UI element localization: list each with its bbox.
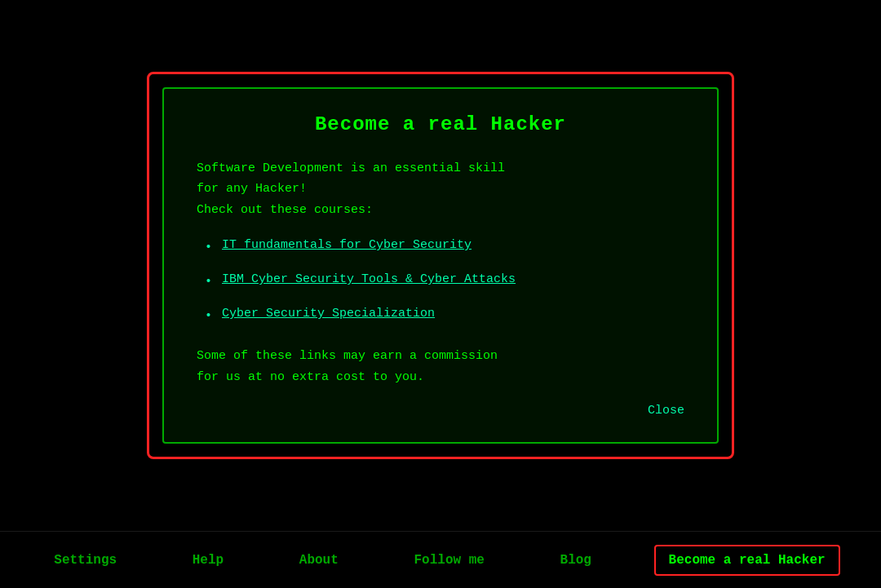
course-link-2[interactable]: IBM Cyber Security Tools & Cyber Attacks bbox=[222, 271, 516, 290]
close-button[interactable]: Close bbox=[648, 404, 684, 418]
intro-line2: for any Hacker! bbox=[197, 182, 307, 196]
nav-item-about[interactable]: About bbox=[286, 546, 352, 574]
bullet-icon: • bbox=[205, 238, 212, 258]
bullet-icon: • bbox=[205, 307, 212, 326]
disclaimer-line2: for us at no extra cost to you. bbox=[197, 370, 424, 384]
inner-container: Become a real Hacker Software Developmen… bbox=[162, 87, 719, 444]
intro-line3: Check out these courses: bbox=[197, 203, 373, 217]
bullet-icon: • bbox=[205, 272, 212, 292]
course-link-3[interactable]: Cyber Security Specialization bbox=[222, 305, 435, 324]
list-item: • IT fundamentals for Cyber Security bbox=[205, 237, 684, 258]
nav-item-follow[interactable]: Follow me bbox=[401, 546, 497, 574]
close-row: Close bbox=[197, 404, 684, 418]
nav-item-blog[interactable]: Blog bbox=[547, 546, 604, 574]
nav-item-hacker[interactable]: Become a real Hacker bbox=[654, 545, 840, 576]
nav-item-settings[interactable]: Settings bbox=[41, 546, 130, 574]
bottom-nav: Settings Help About Follow me Blog Becom… bbox=[0, 531, 881, 588]
course-link-1[interactable]: IT fundamentals for Cyber Security bbox=[222, 237, 471, 255]
outer-container: Become a real Hacker Software Developmen… bbox=[147, 72, 734, 460]
disclaimer-line1: Some of these links may earn a commissio… bbox=[197, 349, 498, 363]
intro-line1: Software Development is an essential ski… bbox=[197, 161, 505, 175]
list-item: • Cyber Security Specialization bbox=[205, 305, 684, 326]
main-content: Become a real Hacker Software Developmen… bbox=[0, 0, 881, 531]
modal-body: Software Development is an essential ski… bbox=[197, 158, 684, 418]
modal-title: Become a real Hacker bbox=[197, 113, 684, 135]
list-item: • IBM Cyber Security Tools & Cyber Attac… bbox=[205, 271, 684, 292]
intro-text: Software Development is an essential ski… bbox=[197, 158, 684, 221]
nav-item-help[interactable]: Help bbox=[179, 546, 237, 574]
disclaimer-text: Some of these links may earn a commissio… bbox=[197, 346, 684, 387]
courses-list: • IT fundamentals for Cyber Security • I… bbox=[197, 237, 684, 326]
